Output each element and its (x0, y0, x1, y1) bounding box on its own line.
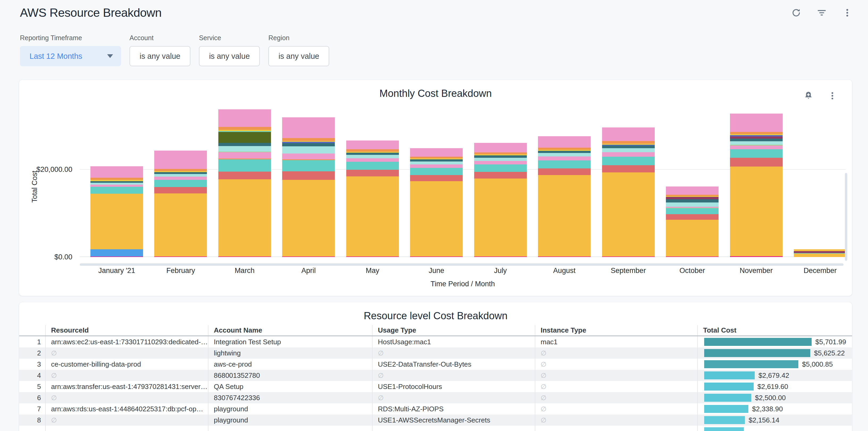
bar-segment[interactable] (602, 148, 655, 152)
bar-segment[interactable] (474, 155, 527, 157)
bar-segment[interactable] (154, 180, 207, 187)
stacked-bar-August[interactable] (538, 136, 591, 257)
bar-segment[interactable] (602, 141, 655, 144)
bar-segment[interactable] (154, 169, 207, 171)
bar-segment[interactable] (730, 132, 783, 134)
bar-segment[interactable] (538, 168, 591, 175)
stacked-bar-November[interactable] (730, 114, 783, 257)
bar-segment[interactable] (730, 138, 783, 141)
bar-segment[interactable] (538, 136, 591, 148)
bar-segment[interactable] (218, 143, 271, 146)
bar-segment[interactable] (218, 127, 271, 130)
refresh-button[interactable] (790, 7, 802, 19)
bar-segment[interactable] (474, 179, 527, 256)
bar-segment[interactable] (538, 175, 591, 256)
bar-segment[interactable] (474, 143, 527, 152)
stacked-bar-March[interactable] (218, 109, 271, 257)
bar-segment[interactable] (538, 156, 591, 160)
bar-segment[interactable] (474, 172, 527, 179)
bar-segment[interactable] (602, 256, 655, 257)
bar-segment[interactable] (474, 256, 527, 257)
bar-segment[interactable] (410, 159, 463, 161)
bar-segment[interactable] (154, 174, 207, 177)
bar-segment[interactable] (282, 180, 335, 256)
bar-segment[interactable] (282, 171, 335, 180)
bar-segment[interactable] (218, 256, 271, 257)
bar-segment[interactable] (282, 146, 335, 154)
bar-segment[interactable] (730, 146, 783, 150)
bar-segment[interactable] (538, 153, 591, 156)
bar-segment[interactable] (346, 149, 399, 151)
dashboard-more-button[interactable] (841, 7, 853, 19)
bar-segment[interactable] (282, 154, 335, 159)
bar-segment[interactable] (474, 164, 527, 172)
stacked-bar-October[interactable] (666, 186, 718, 257)
bar-segment[interactable] (730, 166, 783, 256)
bar-segment[interactable] (154, 177, 207, 180)
bar-segment[interactable] (666, 214, 718, 220)
bar-segment[interactable] (794, 249, 846, 251)
stacked-bar-February[interactable] (154, 151, 207, 257)
stacked-bar-June[interactable] (410, 148, 463, 257)
bar-segment[interactable] (218, 152, 271, 159)
bar-segment[interactable] (410, 164, 463, 168)
bar-segment[interactable] (154, 193, 207, 256)
bar-segment[interactable] (346, 170, 399, 176)
stacked-bar-May[interactable] (346, 141, 399, 257)
bar-segment[interactable] (794, 251, 846, 253)
chart-horizontal-scrollbar[interactable] (80, 264, 843, 266)
bar-segment[interactable] (666, 220, 718, 256)
bar-segment[interactable] (474, 161, 527, 164)
stacked-bar-September[interactable] (602, 127, 655, 257)
bar-segment[interactable] (794, 253, 846, 257)
bar-segment[interactable] (538, 151, 591, 153)
bar-segment[interactable] (218, 172, 271, 179)
bar-segment[interactable] (346, 162, 399, 170)
bar-segment[interactable] (410, 168, 463, 175)
bar-segment[interactable] (282, 160, 335, 172)
bar-segment[interactable] (282, 256, 335, 257)
bar-segment[interactable] (154, 256, 207, 257)
bar-segment[interactable] (346, 158, 399, 162)
bar-segment[interactable] (602, 127, 655, 141)
bar-segment[interactable] (346, 256, 399, 257)
bar-segment[interactable] (410, 256, 463, 257)
bar-segment[interactable] (282, 117, 335, 138)
stacked-bar-December[interactable] (794, 249, 846, 257)
bar-segment[interactable] (730, 149, 783, 157)
bar-segment[interactable] (90, 178, 143, 180)
bar-segment[interactable] (602, 146, 655, 148)
bar-segment[interactable] (602, 152, 655, 156)
stacked-bar-January '21[interactable] (90, 166, 143, 257)
bar-segment[interactable] (410, 157, 463, 159)
bar-segment[interactable] (218, 132, 271, 143)
bar-segment[interactable] (346, 141, 399, 149)
bar-segment[interactable] (346, 153, 399, 155)
chart-vertical-scrollbar[interactable] (845, 173, 847, 261)
bar-segment[interactable] (410, 161, 463, 165)
bar-segment[interactable] (666, 197, 718, 199)
bar-segment[interactable] (282, 143, 335, 146)
bar-segment[interactable] (538, 160, 591, 168)
reporting-timeframe-dropdown[interactable]: Last 12 Months (20, 46, 121, 66)
bar-segment[interactable] (346, 176, 399, 256)
bar-segment[interactable] (602, 173, 655, 256)
bar-segment[interactable] (346, 155, 399, 158)
bar-segment[interactable] (666, 208, 718, 214)
bar-segment[interactable] (154, 151, 207, 169)
bar-segment[interactable] (410, 175, 463, 181)
bar-segment[interactable] (218, 159, 271, 172)
bar-segment[interactable] (90, 166, 143, 178)
bar-segment[interactable] (90, 187, 143, 194)
bar-segment[interactable] (154, 187, 207, 194)
bar-segment[interactable] (666, 199, 718, 203)
bar-segment[interactable] (90, 256, 143, 257)
bar-segment[interactable] (474, 152, 527, 154)
bar-segment[interactable] (218, 179, 271, 256)
bar-segment[interactable] (218, 146, 271, 152)
bar-segment[interactable] (730, 114, 783, 132)
bar-segment[interactable] (218, 109, 271, 127)
account-filter-button[interactable]: is any value (129, 46, 190, 66)
bar-segment[interactable] (666, 203, 718, 207)
bar-segment[interactable] (730, 158, 783, 166)
